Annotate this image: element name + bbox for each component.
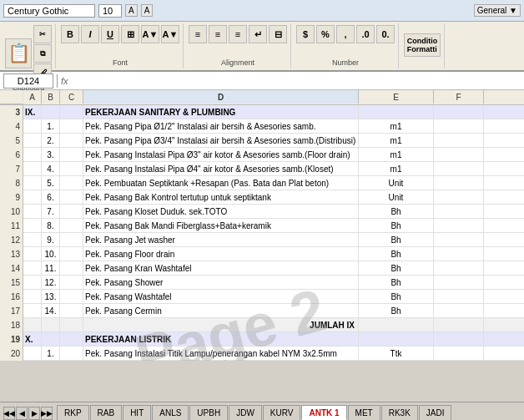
table-row[interactable]: 3 IX. PEKERJAAN SANITARY & PLUMBING	[0, 105, 524, 119]
table-row[interactable]: 8 5. Pek. Pembuatan Septiktank +Resapan …	[0, 176, 524, 190]
paste-button[interactable]: 📋	[5, 38, 32, 68]
sheet-tab-antk1[interactable]: ANTK 1	[301, 405, 346, 420]
cell-b[interactable]	[42, 318, 60, 332]
sheet-tab-rk3k[interactable]: RK3K	[381, 405, 418, 420]
tab-prev-button[interactable]: ◀	[16, 407, 28, 420]
cell-b[interactable]: 8.	[42, 219, 60, 233]
conditional-format-button[interactable]: ConditioFormatti	[404, 33, 441, 57]
cell-e[interactable]: Bh	[359, 247, 434, 261]
font-size-input[interactable]	[98, 4, 122, 18]
border-button[interactable]: ⊞	[121, 25, 139, 43]
cell-d[interactable]: JUMLAH IX	[83, 318, 359, 332]
increase-decimal-button[interactable]: .0	[356, 25, 375, 43]
cell-e[interactable]: Unit	[359, 176, 434, 190]
cell-c[interactable]	[60, 276, 83, 290]
cell-c[interactable]	[60, 318, 83, 332]
cell-e[interactable]: m1	[359, 148, 434, 162]
cell-c[interactable]	[60, 105, 83, 119]
font-shrink-button[interactable]: A	[141, 4, 154, 17]
cell-a[interactable]	[23, 205, 42, 219]
col-header-f[interactable]: F	[434, 90, 484, 104]
cell-c[interactable]	[60, 304, 83, 318]
cell-a[interactable]	[23, 247, 42, 261]
cell-d[interactable]: Pek. Pasang Bak Mandi Fiberglass+Bata+ke…	[83, 219, 359, 233]
cell-e[interactable]: Bh	[359, 219, 434, 233]
cell-f[interactable]	[434, 332, 484, 347]
percent-button[interactable]: %	[316, 25, 335, 43]
font-grow-button[interactable]: A	[125, 4, 138, 17]
cell-d[interactable]: Pek. Pasang Floor drain	[83, 247, 359, 261]
cell-b[interactable]: 14.	[42, 304, 60, 318]
decrease-decimal-button[interactable]: 0.	[376, 25, 395, 43]
cell-d[interactable]: Pek. Pasang Kran Washtafel	[83, 261, 359, 276]
cell-f[interactable]	[434, 134, 484, 148]
table-row[interactable]: 13 10. Pek. Pasang Floor drain Bh	[0, 247, 524, 261]
cell-f[interactable]	[434, 233, 484, 247]
cell-b[interactable]: 2.	[42, 134, 60, 148]
cell-reference-input[interactable]	[3, 73, 53, 89]
table-row[interactable]: 7 4. Pek. Pasang Instalasi Pipa Ø4" air …	[0, 162, 524, 176]
cell-b[interactable]: 9.	[42, 233, 60, 247]
cell-a[interactable]: X.	[23, 332, 42, 347]
font-color-button[interactable]: A▼	[161, 25, 179, 43]
cell-c[interactable]	[60, 219, 83, 233]
copy-button[interactable]: ⧉	[33, 44, 52, 63]
cell-d[interactable]: Pek. Pasang Jet washer	[83, 233, 359, 247]
cell-c[interactable]	[60, 247, 83, 261]
cell-b[interactable]: 5.	[42, 176, 60, 190]
table-row[interactable]: 5 2. Pek. Pasang Pipa Ø3/4" Instalasi ai…	[0, 134, 524, 148]
tab-last-button[interactable]: ▶▶	[41, 407, 53, 420]
cell-d[interactable]: Pek. Pasang Shower	[83, 276, 359, 290]
sheet-tab-rab[interactable]: RAB	[90, 405, 123, 420]
table-row[interactable]: 18 JUMLAH IX	[0, 318, 524, 332]
table-row[interactable]: 20 1. Pek. Pasang Instalasi Titik Lampu/…	[0, 347, 524, 361]
cell-c[interactable]	[60, 119, 83, 134]
cell-d[interactable]: Pek. Pembuatan Septiktank +Resapan (Pas.…	[83, 176, 359, 190]
underline-button[interactable]: U	[101, 25, 119, 43]
cell-c[interactable]	[60, 290, 83, 304]
cell-e[interactable]: Bh	[359, 304, 434, 318]
col-header-d[interactable]: D	[83, 90, 359, 104]
cell-b[interactable]: 1.	[42, 347, 60, 361]
cell-b[interactable]: 3.	[42, 148, 60, 162]
col-header-a[interactable]: A	[23, 90, 42, 104]
table-row[interactable]: 17 14. Pek. Pasang Cermin Bh	[0, 304, 524, 318]
cell-d[interactable]: PEKERJAAN LISTRIK	[83, 332, 359, 347]
cell-b[interactable]	[42, 332, 60, 347]
table-row[interactable]: 15 12. Pek. Pasang Shower Bh	[0, 276, 524, 290]
sheet-tab-rkp[interactable]: RKP	[57, 405, 89, 420]
align-right-button[interactable]: ≡	[229, 25, 247, 43]
cell-c[interactable]	[60, 176, 83, 190]
cell-e[interactable]: Unit	[359, 190, 434, 205]
font-name-input[interactable]	[3, 4, 95, 18]
cell-c[interactable]	[60, 190, 83, 205]
cell-a[interactable]	[23, 290, 42, 304]
align-left-button[interactable]: ≡	[189, 25, 207, 43]
cell-b[interactable]: 1.	[42, 119, 60, 134]
table-row[interactable]: 4 1. Pek. Pasang Pipa Ø1/2" Instalasi ai…	[0, 119, 524, 134]
cell-f[interactable]	[434, 190, 484, 205]
general-format-button[interactable]: General ▼	[474, 4, 521, 17]
cell-d[interactable]: Pek. Pasang Washtafel	[83, 290, 359, 304]
cell-d[interactable]: PEKERJAAN SANITARY & PLUMBING	[83, 105, 359, 119]
cell-c[interactable]	[60, 134, 83, 148]
tab-first-button[interactable]: ◀◀	[3, 407, 15, 420]
wrap-text-button[interactable]: ↵	[249, 25, 267, 43]
cell-f[interactable]	[434, 205, 484, 219]
cell-e[interactable]: Bh	[359, 205, 434, 219]
cell-f[interactable]	[434, 304, 484, 318]
cell-d[interactable]: Pek. Pasang Cermin	[83, 304, 359, 318]
cell-e[interactable]	[359, 318, 434, 332]
cell-a[interactable]	[23, 176, 42, 190]
cell-e[interactable]: Ttk	[359, 347, 434, 361]
cell-f[interactable]	[434, 247, 484, 261]
sheet-tab-upbh[interactable]: UPBH	[189, 405, 228, 420]
cell-d[interactable]: Pek. Pasang Instalasi Titik Lampu/penera…	[83, 347, 359, 361]
col-header-c[interactable]: C	[60, 90, 83, 104]
table-row[interactable]: 10 7. Pek. Pasang Kloset Duduk. sek.TOTO…	[0, 205, 524, 219]
cell-d[interactable]: Pek. Pasang Instalasi Pipa Ø3" air kotor…	[83, 148, 359, 162]
cell-d[interactable]: Pek. Pasang Kloset Duduk. sek.TOTO	[83, 205, 359, 219]
sheet-tab-jdw[interactable]: JDW	[229, 405, 262, 420]
cell-a[interactable]	[23, 233, 42, 247]
cell-b[interactable]: 13.	[42, 290, 60, 304]
